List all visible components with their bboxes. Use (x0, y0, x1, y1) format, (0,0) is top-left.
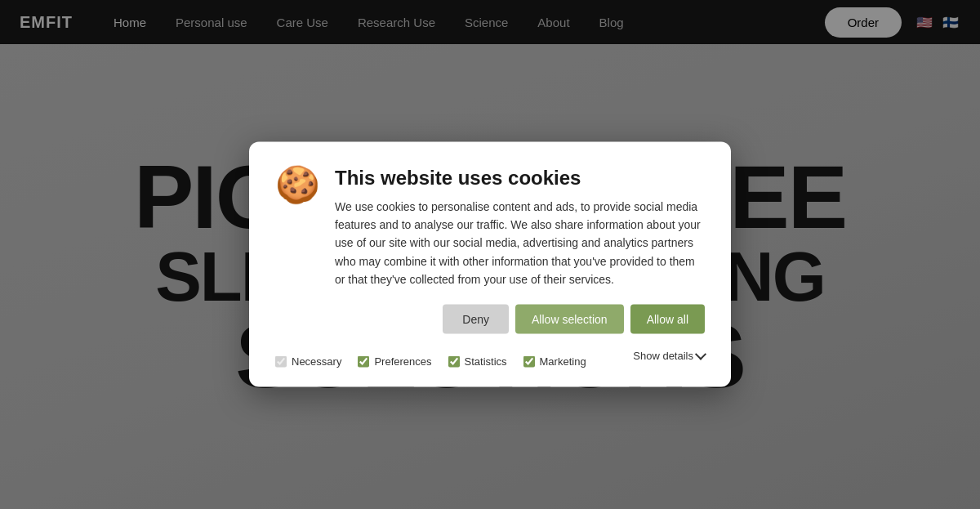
checkbox-marketing-label: Marketing (540, 355, 586, 368)
show-details-label: Show details (633, 350, 693, 362)
show-details-link[interactable]: Show details (633, 350, 705, 362)
chevron-down-icon (695, 348, 706, 359)
allow-selection-button[interactable]: Allow selection (515, 305, 624, 334)
cookie-body: We use cookies to personalise content an… (335, 197, 705, 288)
checkbox-marketing[interactable]: Marketing (523, 355, 586, 368)
cookie-bottom-row: Necessary Preferences Statistics Marketi… (275, 344, 705, 368)
checkbox-necessary-label: Necessary (292, 355, 341, 368)
cookie-actions: Deny Allow selection Allow all (275, 305, 705, 334)
checkbox-statistics-input[interactable] (448, 356, 460, 368)
checkbox-marketing-input[interactable] (523, 356, 535, 368)
cookie-header: 🍪 This website uses cookies We use cooki… (275, 166, 705, 288)
checkbox-necessary-input[interactable] (275, 356, 287, 368)
checkbox-preferences-input[interactable] (358, 356, 369, 368)
deny-button[interactable]: Deny (443, 305, 509, 334)
checkbox-preferences[interactable]: Preferences (358, 355, 431, 368)
cookie-modal: 🍪 This website uses cookies We use cooki… (249, 141, 731, 387)
checkbox-necessary[interactable]: Necessary (275, 355, 341, 368)
cookie-icon: 🍪 (275, 166, 320, 202)
checkbox-statistics-label: Statistics (465, 355, 507, 368)
checkbox-statistics[interactable]: Statistics (448, 355, 507, 368)
checkbox-preferences-label: Preferences (374, 355, 431, 368)
cookie-header-text: This website uses cookies We use cookies… (335, 166, 705, 288)
allow-all-button[interactable]: Allow all (630, 305, 705, 334)
cookie-checkboxes: Necessary Preferences Statistics Marketi… (275, 355, 586, 368)
cookie-title: This website uses cookies (335, 166, 705, 189)
